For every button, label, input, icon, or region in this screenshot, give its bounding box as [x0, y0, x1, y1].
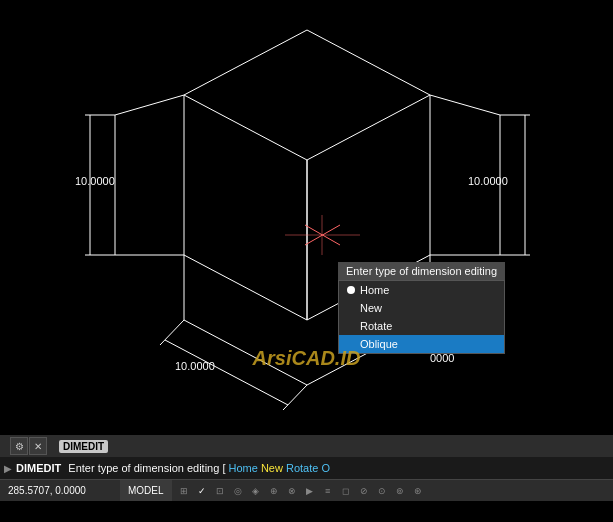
cmd-arrow: ▶	[4, 463, 12, 474]
osnap-icon[interactable]: ◈	[248, 483, 264, 499]
tool-icon-close[interactable]: ✕	[29, 437, 47, 455]
svg-line-18	[165, 340, 288, 405]
otrack-icon[interactable]: ⊕	[266, 483, 282, 499]
command-label-text: DIMEDIT	[59, 440, 108, 453]
dim-label-left: 10.0000	[75, 175, 115, 187]
command-label-bar: ⚙ ✕ DIMEDIT	[0, 435, 613, 457]
home-bullet	[347, 286, 355, 294]
coordinates: 285.5707, 0.0000	[0, 485, 120, 496]
new-label: New	[360, 302, 382, 314]
status-icons: ⊞ ✓ ⊡ ◎ ◈ ⊕ ⊗ ▶ ≡ ◻ ⊘ ⊙ ⊚ ⊛	[172, 483, 613, 499]
canvas-area: 10.0000 10.0000 10.0000 0000 Enter type …	[0, 0, 613, 435]
snap-icon[interactable]: ✓	[194, 483, 210, 499]
dropdown-item-rotate[interactable]: Rotate	[339, 317, 504, 335]
svg-line-6	[184, 320, 307, 385]
dropdown-item-home[interactable]: Home	[339, 281, 504, 299]
ortho-icon[interactable]: ⊡	[212, 483, 228, 499]
command-line[interactable]: ▶ DIMEDIT Enter type of dimension editin…	[0, 457, 613, 479]
bottom-area: ⚙ ✕ DIMEDIT ▶ DIMEDIT Enter type of dime…	[0, 435, 613, 501]
cmd-main-text: Enter type of dimension editing [	[68, 462, 225, 474]
toolbar-icons: ⚙ ✕	[6, 437, 51, 455]
ducs-icon[interactable]: ⊗	[284, 483, 300, 499]
grid-icon[interactable]: ⊞	[176, 483, 192, 499]
qp-icon[interactable]: ⊘	[356, 483, 372, 499]
home-label: Home	[360, 284, 389, 296]
cmd-option1: Home	[229, 462, 258, 474]
svg-line-0	[115, 95, 184, 115]
dropdown-item-oblique[interactable]: Oblique	[339, 335, 504, 353]
status-bar: 285.5707, 0.0000 MODEL ⊞ ✓ ⊡ ◎ ◈ ⊕ ⊗ ▶ ≡…	[0, 479, 613, 501]
lw-icon[interactable]: ≡	[320, 483, 336, 499]
cmd-option3: Rotate O	[286, 462, 330, 474]
cmd-prefix: DIMEDIT	[16, 462, 61, 474]
sc-icon[interactable]: ⊙	[374, 483, 390, 499]
polar-icon[interactable]: ◎	[230, 483, 246, 499]
tp-icon[interactable]: ◻	[338, 483, 354, 499]
oblique-label: Oblique	[360, 338, 398, 350]
model-button[interactable]: MODEL	[120, 480, 172, 501]
am-icon[interactable]: ⊚	[392, 483, 408, 499]
dyn-icon[interactable]: ▶	[302, 483, 318, 499]
dropdown-item-new[interactable]: New	[339, 299, 504, 317]
tooltip-header: Enter type of dimension editing	[338, 262, 505, 280]
dim-label-right: 10.0000	[468, 175, 508, 187]
dimension-edit-dropdown: Enter type of dimension editing Home New…	[338, 262, 505, 354]
svg-line-3	[430, 95, 500, 115]
svg-line-16	[160, 320, 184, 345]
tool-icon-settings[interactable]: ⚙	[10, 437, 28, 455]
drawing-svg	[0, 0, 613, 435]
cmd-text: DIMEDIT Enter type of dimension editing …	[16, 462, 609, 474]
rotate-label: Rotate	[360, 320, 392, 332]
dropdown-menu[interactable]: Home New Rotate Oblique	[338, 280, 505, 354]
layout-icon[interactable]: ⊛	[410, 483, 426, 499]
svg-line-17	[283, 385, 307, 410]
cmd-option2: New	[261, 462, 283, 474]
dim-label-bottom: 10.0000	[175, 360, 215, 372]
